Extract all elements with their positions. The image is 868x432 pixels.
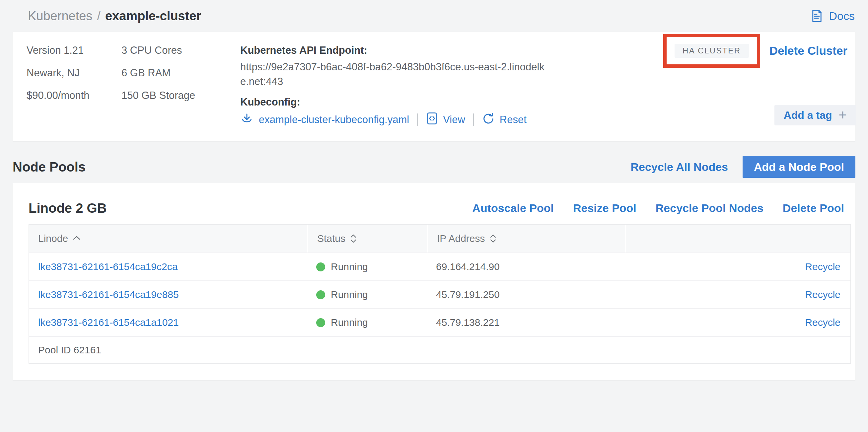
node-table: Linode Status IP Address <box>29 224 851 364</box>
delete-pool-button[interactable]: Delete Pool <box>783 202 844 215</box>
sort-icon <box>490 234 496 243</box>
node-ip: 69.164.214.90 <box>436 261 500 272</box>
breadcrumb-cluster-name: example-cluster <box>105 9 201 23</box>
node-pools-title: Node Pools <box>12 160 86 175</box>
node-ip: 45.79.191.250 <box>436 289 500 300</box>
api-endpoint-url: https://9e2a7307-b6ac-408f-ba62-9483b0b3… <box>240 60 549 89</box>
download-icon <box>240 112 253 128</box>
add-node-pool-button[interactable]: Add a Node Pool <box>743 156 856 178</box>
table-header: Linode Status IP Address <box>29 225 850 252</box>
node-link[interactable]: lke38731-62161-6154ca1a1021 <box>38 317 179 328</box>
kubeconfig-actions: example-cluster-kubeconfig.yaml View <box>240 112 569 127</box>
resize-pool-button[interactable]: Resize Pool <box>573 202 637 215</box>
reset-icon <box>482 112 495 128</box>
highlight-rectangle: HA CLUSTER <box>663 34 760 68</box>
cluster-price: $90.00/month <box>27 90 121 101</box>
status-running-icon <box>316 318 325 327</box>
view-kubeconfig-button[interactable]: View <box>426 112 465 128</box>
kubeconfig-file-link[interactable]: example-cluster-kubeconfig.yaml <box>259 114 409 126</box>
status-running-icon <box>316 263 325 271</box>
add-tag-label: Add a tag <box>784 109 832 121</box>
status-text: Running <box>331 289 368 300</box>
status-text: Running <box>331 261 368 272</box>
kubeconfig-label: Kubeconfig: <box>240 96 569 108</box>
docs-label: Docs <box>829 10 855 23</box>
node-ip: 45.79.138.221 <box>436 317 500 328</box>
plus-icon: + <box>838 108 847 122</box>
code-icon <box>426 112 438 128</box>
recycle-pool-nodes-button[interactable]: Recycle Pool Nodes <box>656 202 764 215</box>
pool-name: Linode 2 GB <box>29 201 107 216</box>
status-running-icon <box>316 290 325 299</box>
divider <box>417 114 418 126</box>
status-text: Running <box>331 317 368 328</box>
recycle-node-button[interactable]: Recycle <box>805 289 840 300</box>
api-endpoint-label: Kubernetes API Endpoint: <box>240 44 569 56</box>
autoscale-pool-button[interactable]: Autoscale Pool <box>472 202 554 215</box>
view-label: View <box>443 114 465 126</box>
node-pools-header: Node Pools Recycle All Nodes Add a Node … <box>12 156 856 178</box>
topbar: Kubernetes / example-cluster Docs <box>0 0 868 32</box>
cluster-storage: 150 GB Storage <box>121 90 240 101</box>
ha-cluster-badge: HA CLUSTER <box>675 44 749 58</box>
node-link[interactable]: lke38731-62161-6154ca19c2ca <box>38 261 178 272</box>
docs-icon <box>810 9 824 23</box>
delete-cluster-button[interactable]: Delete Cluster <box>770 44 847 57</box>
sort-asc-icon <box>73 231 81 243</box>
column-header-linode[interactable]: Linode <box>29 225 307 252</box>
sort-icon <box>350 234 357 243</box>
spec-column-1: Version 1.21 Newark, NJ $90.00/month <box>27 44 121 127</box>
add-tag-button[interactable]: Add a tag + <box>774 105 856 125</box>
recycle-node-button[interactable]: Recycle <box>805 261 840 272</box>
table-row: lke38731-62161-6154ca19c2ca Running 69.1… <box>29 252 850 280</box>
cluster-summary-panel: Version 1.21 Newark, NJ $90.00/month 3 C… <box>12 32 856 141</box>
cluster-ram: 6 GB RAM <box>121 67 240 79</box>
table-row: lke38731-62161-6154ca1a1021 Running 45.7… <box>29 308 850 336</box>
node-link[interactable]: lke38731-62161-6154ca19e885 <box>38 289 179 300</box>
divider <box>473 114 474 126</box>
cluster-region: Newark, NJ <box>27 67 121 79</box>
recycle-all-nodes-button[interactable]: Recycle All Nodes <box>630 161 728 174</box>
pool-id-footer: Pool ID 62161 <box>29 336 850 363</box>
column-header-actions <box>625 225 850 252</box>
cluster-version: Version 1.21 <box>27 44 121 56</box>
pool-card: Linode 2 GB Autoscale Pool Resize Pool R… <box>12 183 856 380</box>
breadcrumb-separator: / <box>97 9 100 23</box>
cluster-cpu: 3 CPU Cores <box>121 44 240 56</box>
table-row: lke38731-62161-6154ca19e885 Running 45.7… <box>29 280 850 308</box>
reset-kubeconfig-button[interactable]: Reset <box>482 112 527 128</box>
spec-column-2: 3 CPU Cores 6 GB RAM 150 GB Storage <box>121 44 240 127</box>
column-header-status[interactable]: Status <box>307 225 427 252</box>
column-header-ip[interactable]: IP Address <box>427 225 625 252</box>
ha-row: HA CLUSTER Delete Cluster <box>663 34 847 68</box>
breadcrumb: Kubernetes / example-cluster <box>28 9 201 23</box>
reset-label: Reset <box>500 114 527 126</box>
breadcrumb-section-link[interactable]: Kubernetes <box>28 9 92 23</box>
recycle-node-button[interactable]: Recycle <box>805 317 840 328</box>
pool-actions: Autoscale Pool Resize Pool Recycle Pool … <box>472 202 844 215</box>
docs-link[interactable]: Docs <box>810 9 855 23</box>
pool-head: Linode 2 GB Autoscale Pool Resize Pool R… <box>29 198 844 218</box>
endpoint-block: Kubernetes API Endpoint: https://9e2a730… <box>240 44 569 127</box>
